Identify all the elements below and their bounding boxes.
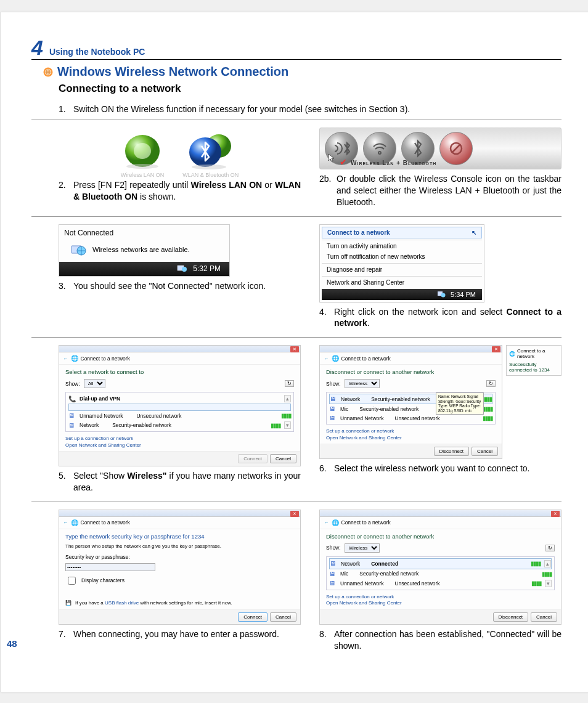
refresh-button[interactable]: ↻ [545,545,555,551]
connect-button[interactable]: Connect [238,612,267,622]
cancel-button[interactable]: Cancel [270,612,296,622]
signal-icon: ▮▮▮▮ [542,571,552,577]
step-text: Press [FN F2] repeatedly until Wireless … [73,179,301,203]
disconnect-button[interactable]: Disconnect [493,612,529,622]
text: with network settings for mic, insert it… [139,600,232,606]
figure-connected: ←🌐Connect to a network Disconnect or con… [319,510,561,625]
show-label: Show: [326,545,341,551]
step-4: 4. Right click on the network icon and s… [319,306,561,330]
step-text: Or double click the Wireless Console ico… [337,173,561,208]
dialog-footer: Disconnect Cancel [320,609,561,624]
row-5: ←🌐Connect to a network Select a network … [59,345,561,497]
network-row[interactable]: 🖥MicSecurity-enabled network▮▮▮▮ [329,569,552,579]
link[interactable]: Open Network and Sharing Center [65,442,294,449]
step-number: 6. [319,463,334,474]
scroll-down[interactable]: ▾ [284,421,291,429]
menu-item[interactable]: Turn on activity animation [322,240,482,251]
section-title-row: Windows Wireless Network Connection [31,65,561,79]
svg-line-9 [452,144,460,153]
window-titlebar [59,346,300,352]
link[interactable]: USB flash drive [105,600,139,606]
text: . [367,318,370,328]
show-label: Show: [65,381,80,387]
display-chars-checkbox[interactable] [68,577,76,585]
chapter-number: 4 [31,37,43,58]
refresh-button[interactable]: ↻ [486,380,496,387]
net-name: Unnamed Network [340,580,383,587]
cancel-button[interactable]: Cancel [472,447,498,456]
network-row-selected[interactable]: 🖥NetworkConnected▮▮▮▮▴ [329,558,552,569]
dialog-footer: Connect Cancel [59,451,300,466]
scroll-down[interactable]: ▾ [545,580,552,587]
refresh-button[interactable]: ↻ [285,380,294,387]
step-text: You should see the "Not Connected" netwo… [73,280,301,292]
link[interactable]: Open Network and Sharing Center [326,600,555,606]
subsection-title: Connecting to a network [59,83,561,95]
dialog-heading: Type the network security key or passphr… [65,533,294,540]
menu-item-connect[interactable]: Connect to a network ↖ [322,227,482,238]
net-name: Unnamed Network [80,413,123,419]
link[interactable]: Set up a connection or network [65,436,294,442]
show-select[interactable]: All [84,379,105,388]
col-right: ←🌐Connect to a network Disconnect or con… [319,510,561,656]
network-row[interactable]: 🖥Unnamed NetworkUnsecured network▮▮▮▮▾ [329,579,552,588]
show-row: Show: All ↻ [65,379,294,388]
globe-icon: 🌐 [332,355,339,362]
network-row[interactable]: 🖥Unnamed NetworkUnsecured network▮▮▮▮ [329,413,492,423]
menu-item[interactable]: Network and Sharing Center [322,276,482,288]
cursor-icon: ↖ [472,229,476,236]
password-input[interactable] [65,563,155,571]
menu-item[interactable]: Turn off notification of new networks [322,251,482,262]
text: or [262,180,275,190]
figure-password: ←🌐Connect to a network Type the network … [59,510,301,625]
step-8: 8. After connection has been established… [319,628,561,652]
separator [31,120,561,120]
text-bold: Wireless" [127,471,166,481]
dialog-heading: Disconnect or connect to another network [326,368,496,375]
hint-text: If you have a USB flash drive with netwo… [75,600,232,606]
crumb-text: Connect to a network [341,519,391,526]
scroll-up[interactable]: ▴ [284,395,291,402]
text: is shown. [137,192,176,201]
icon-caption: WLAN & Bluetooth ON [182,172,239,178]
page-number: 48 [7,638,17,649]
signal-icon: ▮▮▮▮ [531,580,541,587]
network-row[interactable]: 🖥NetworkSecurity-enabled network▮▮▮▮▾ [68,420,291,430]
net-desc: Unsecured network [136,413,181,419]
figure-row: ←🌐Connect to a network Disconnect or con… [319,345,561,463]
group-header: 📞Dial-up and VPN▴ [68,394,291,404]
step-2: 2. Press [FN F2] repeatedly until Wirele… [59,179,301,203]
link[interactable]: Open Network and Sharing Center [326,435,496,441]
tray-time: 5:32 PM [193,264,221,273]
network-icon: 🖥 [329,580,337,587]
dialog-footer: Connect Cancel [59,609,300,624]
dialog-links: Set up a connection or network Open Netw… [326,428,496,441]
step-text: Select the wireless network you want to … [334,463,561,474]
text: Select "Show [73,471,127,481]
link[interactable]: Set up a connection or network [326,594,555,600]
net-desc: Connected [371,561,398,567]
show-select[interactable]: Wireless [345,543,380,553]
link[interactable]: Set up a connection or network [326,428,496,434]
cancel-button[interactable]: Cancel [531,612,557,622]
balloon-text: Wireless networks are available. [92,246,190,253]
step-number: 2. [59,179,73,203]
step-number: 8. [319,628,334,652]
col-left: ←🌐Connect to a network Type the network … [59,510,301,656]
network-icon: 🖥 [329,415,337,421]
crumb-text: Connect to a network [81,356,130,362]
checkmark-icon: ✔ [340,157,347,167]
success-text: Successfully connected to 1234 [509,362,558,373]
disconnect-button[interactable]: Disconnect [434,447,470,456]
page: 4 Using the Notebook PC Windows Wireless… [0,12,588,692]
signal-icon: ▮▮▮▮ [483,405,492,412]
network-row[interactable]: 🖥Unnamed NetworkUnsecured network▮▮▮▮ [68,411,291,420]
show-select[interactable]: Wireless [345,379,380,388]
connect-button[interactable]: Connect [238,454,267,463]
scroll-up[interactable]: ▴ [544,560,551,567]
step-6: 6. Select the wireless network you want … [319,463,561,474]
menu-item[interactable]: Diagnose and repair [322,263,482,275]
svg-point-3 [134,143,151,159]
svg-point-15 [441,293,446,297]
cancel-button[interactable]: Cancel [270,454,296,463]
